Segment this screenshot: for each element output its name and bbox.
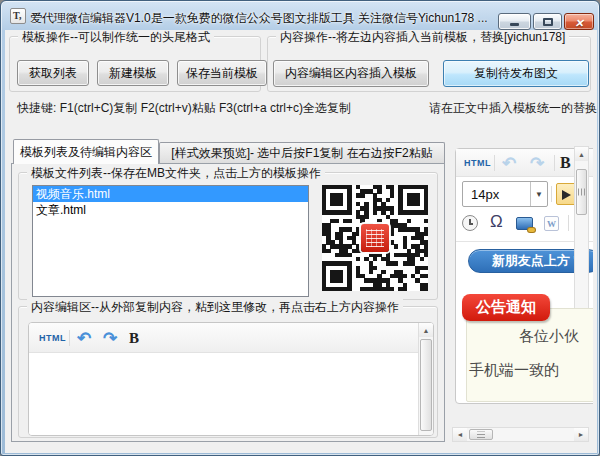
maximize-button[interactable] <box>533 13 562 30</box>
redo-icon[interactable]: ↷ <box>103 323 117 353</box>
new-template-button[interactable]: 新建模板 <box>97 60 169 86</box>
qr-center-logo <box>361 224 389 252</box>
html-source-button[interactable]: HTML <box>39 323 66 353</box>
paste-format-icon <box>562 190 571 200</box>
content-editor-textarea[interactable] <box>29 353 418 435</box>
scrollbar-thumb[interactable] <box>469 429 493 440</box>
html-source-button[interactable]: HTML <box>464 149 491 177</box>
preview-editor: HTML ↶ ↷ B 14px ▼ Ω W <box>455 148 593 404</box>
scroll-up-icon[interactable]: ▲ <box>575 147 588 161</box>
minimize-icon <box>510 23 519 26</box>
content-editor-toolbar: HTML ↶ ↷ B <box>29 323 433 353</box>
maximize-icon <box>543 18 553 26</box>
title-bar[interactable]: 爱代理微信编辑器V1.0是一款免费的微信公众号图文排版工具 关注微信号Yichu… <box>1 1 599 31</box>
undo-icon[interactable]: ↶ <box>502 149 516 177</box>
close-button[interactable] <box>564 13 594 30</box>
app-icon <box>10 8 26 24</box>
font-size-select[interactable]: 14px ▼ <box>462 181 548 207</box>
template-ops-label: 模板操作--可以制作统一的头尾格式 <box>18 30 214 46</box>
list-item[interactable]: 视频音乐.html <box>33 186 308 202</box>
toolbar-separator <box>554 155 555 171</box>
close-icon <box>574 13 583 31</box>
template-file-list[interactable]: 视频音乐.html 文章.html <box>32 185 309 297</box>
minimize-button[interactable] <box>498 13 531 30</box>
content-editor-vscrollbar[interactable]: ▲ <box>418 323 433 435</box>
preview-hscrollbar[interactable]: ◄ ► <box>452 427 589 442</box>
notice-line: 各位小伙 <box>519 327 579 346</box>
scroll-up-icon[interactable]: ▲ <box>419 323 433 337</box>
notice-badge: 公告通知 <box>462 294 550 321</box>
chevron-down-icon[interactable]: ▼ <box>530 182 547 206</box>
toolbar-separator <box>568 215 569 231</box>
redo-icon[interactable]: ↷ <box>530 149 544 177</box>
undo-icon[interactable]: ↶ <box>77 323 91 353</box>
toolbar-separator <box>69 330 70 346</box>
scroll-right-icon[interactable]: ► <box>574 428 588 441</box>
insert-placeholder-hint: 请在正文中插入模板统一的替换 <box>429 100 597 117</box>
notice-body: 各位小伙 手机端一致的 <box>466 308 593 402</box>
copy-publish-button[interactable]: 复制待发布图文 <box>443 60 589 87</box>
scrollbar-thumb[interactable] <box>576 169 587 215</box>
hotkeys-hint: 快捷键: F1(ctrl+C)复制 F2(ctrl+v)粘贴 F3(ctrl+a… <box>17 100 351 117</box>
client-area: 模板操作--可以制作统一的头尾格式 获取列表 新建模板 保存当前模板 内容操作-… <box>5 30 597 453</box>
preview-pane: HTML ↶ ↷ B 14px ▼ Ω W <box>448 138 593 445</box>
font-size-value: 14px <box>471 187 499 202</box>
bold-button[interactable]: B <box>129 323 139 353</box>
preview-toolbar-row1: HTML ↶ ↷ B <box>456 149 593 177</box>
toolbar-separator <box>494 155 495 171</box>
toolbar-separator <box>551 186 552 202</box>
app-window: 爱代理微信编辑器V1.0是一款免费的微信公众号图文排版工具 关注微信号Yichu… <box>0 0 600 456</box>
content-editor-label: 内容编辑区--从外部复制内容，粘到这里修改，再点击右上方内容操作 <box>27 299 403 316</box>
template-tab-page: 模板文件列表--保存在MB文件夹，点击上方的模板操作 视频音乐.html 文章.… <box>11 163 445 442</box>
content-ops-label: 内容操作--将左边内容插入当前模板，替换[yichun178] <box>276 30 569 46</box>
notice-line: 手机端一致的 <box>469 361 559 380</box>
save-template-button[interactable]: 保存当前模板 <box>177 60 267 86</box>
get-list-button[interactable]: 获取列表 <box>17 60 89 86</box>
template-list-label: 模板文件列表--保存在MB文件夹，点击上方的模板操作 <box>27 165 325 182</box>
insert-content-button[interactable]: 内容编辑区内容插入模板 <box>273 60 429 87</box>
clock-icon[interactable] <box>462 215 478 231</box>
scroll-left-icon[interactable]: ◄ <box>453 428 467 441</box>
special-char-button[interactable]: Ω <box>490 212 503 232</box>
tab-style-preview[interactable]: [样式效果预览]- 选中后按F1复制 在右边按F2粘贴 <box>159 142 445 164</box>
content-editor: HTML ↶ ↷ B ▲ <box>28 322 434 436</box>
scrollbar-thumb[interactable] <box>420 339 432 431</box>
toolbar-divider <box>456 241 593 242</box>
bold-button[interactable]: B <box>560 149 571 177</box>
tab-template-list[interactable]: 模板列表及待编辑内容区 <box>13 139 159 164</box>
word-import-icon[interactable]: W <box>544 216 559 231</box>
screenshot-icon[interactable] <box>516 217 533 230</box>
list-item[interactable]: 文章.html <box>33 202 308 218</box>
window-title: 爱代理微信编辑器V1.0是一款免费的微信公众号图文排版工具 关注微信号Yichu… <box>30 10 490 27</box>
